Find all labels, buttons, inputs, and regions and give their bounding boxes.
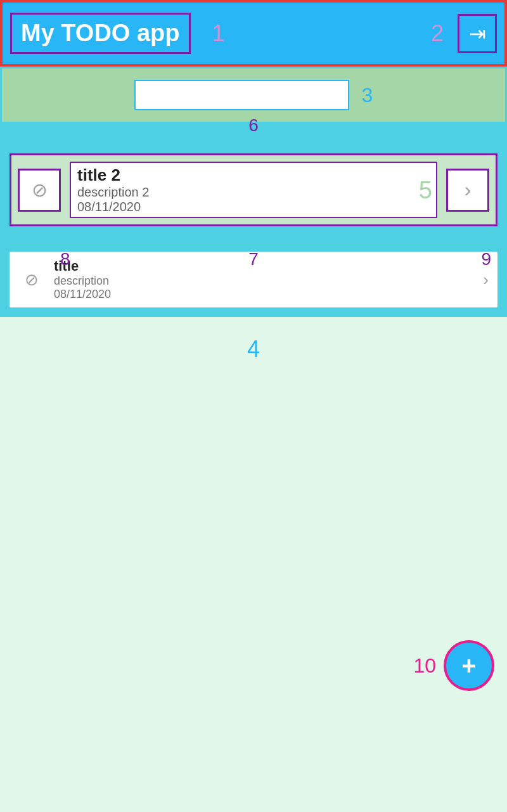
label-5: 5 — [419, 176, 432, 203]
app-title: My TODO app — [10, 13, 191, 54]
check-box[interactable]: ⊘ — [18, 266, 45, 293]
label-9: 9 — [481, 249, 491, 269]
label-7: 7 — [248, 249, 259, 269]
selected-todo-item[interactable]: ⊘ title 2 description 2 08/11/2020 5 › — [10, 153, 497, 226]
selected-todo-info: title 2 description 2 08/11/2020 — [70, 162, 437, 218]
main-area: 4 10 + — [0, 317, 507, 710]
logout-button[interactable]: ⇥ — [458, 14, 497, 53]
check-icon-selected: ⊘ — [32, 179, 48, 201]
label-2: 2 — [431, 20, 444, 47]
check-icon: ⊘ — [25, 270, 39, 290]
label-3: 3 — [362, 84, 373, 107]
todo-date: 08/11/2020 — [54, 288, 483, 301]
selected-check-box[interactable]: ⊘ — [18, 169, 61, 212]
add-button[interactable]: + — [444, 640, 494, 691]
label-8: 8 — [60, 249, 70, 269]
chevron-icon[interactable]: › — [483, 270, 489, 290]
selected-todo-date: 08/11/2020 — [77, 200, 430, 214]
selected-todo-description: description 2 — [77, 185, 430, 200]
header: My TODO app 1 2 ⇥ — [0, 0, 507, 67]
todo-info: title description 08/11/2020 — [54, 258, 483, 301]
selected-chevron-button[interactable]: › — [446, 169, 489, 212]
add-icon: + — [461, 653, 476, 678]
label-6: 6 — [248, 115, 259, 136]
todo-description: description — [54, 274, 483, 288]
list-container: 6 ⊘ title 2 description 2 08/11/2020 5 ›… — [0, 124, 507, 317]
date-input[interactable]: 08/11/2020 — [134, 80, 349, 110]
todo-title: title — [54, 258, 483, 274]
selected-todo-title: title 2 — [77, 165, 430, 185]
logout-icon: ⇥ — [469, 22, 486, 46]
label-1: 1 — [212, 20, 225, 47]
selected-chevron-icon: › — [465, 178, 472, 202]
label-10: 10 — [413, 654, 436, 678]
fab-container: 10 + — [413, 640, 494, 691]
label-4: 4 — [247, 336, 260, 363]
